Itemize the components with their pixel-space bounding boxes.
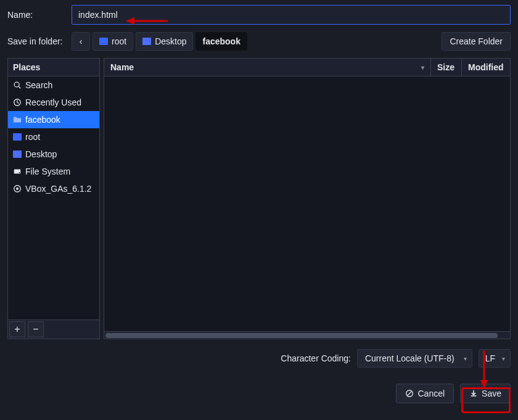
places-item-search[interactable]: Search (8, 76, 99, 94)
column-label: Name (110, 62, 134, 72)
name-label: Name: (7, 10, 65, 20)
remove-place-button[interactable]: − (28, 321, 44, 337)
home-icon (99, 38, 108, 45)
column-header-name[interactable]: Name ▾ (104, 59, 431, 76)
character-coding-select[interactable]: Current Locale (UTF-8) ▾ (357, 349, 472, 368)
places-item-facebook[interactable]: facebook (8, 111, 99, 128)
cancel-button-label: Cancel (417, 389, 445, 398)
column-header-size[interactable]: Size (431, 59, 462, 76)
breadcrumb-back-button[interactable]: ‹ (72, 32, 90, 51)
breadcrumb-item-root[interactable]: root (92, 32, 133, 51)
cancel-button[interactable]: Cancel (396, 384, 454, 403)
column-header-modified[interactable]: Modified (462, 59, 510, 76)
breadcrumb-item-facebook[interactable]: facebook (195, 32, 247, 51)
breadcrumb-label: root (112, 36, 126, 46)
add-place-button[interactable]: + (9, 321, 25, 337)
files-body[interactable] (104, 76, 510, 331)
places-item-filesystem[interactable]: File System (8, 163, 99, 180)
places-item-root[interactable]: root (8, 128, 99, 146)
places-panel: Places Search Recently Used facebook (7, 58, 100, 339)
chevron-down-icon: ▾ (464, 355, 467, 362)
svg-point-0 (14, 82, 19, 87)
breadcrumb-label: Desktop (155, 36, 186, 46)
cancel-icon (405, 389, 414, 398)
places-item-label: Recently Used (25, 97, 81, 107)
select-value: LF (485, 353, 495, 363)
svg-line-8 (408, 392, 412, 396)
create-folder-button[interactable]: Create Folder (442, 32, 511, 51)
desktop-icon (142, 38, 151, 45)
select-value: Current Locale (UTF-8) (365, 353, 454, 363)
save-in-folder-label: Save in folder: (7, 36, 65, 46)
places-list: Search Recently Used facebook root (8, 76, 99, 319)
places-item-label: facebook (25, 115, 60, 125)
filename-input[interactable] (72, 5, 511, 25)
folder-icon (13, 115, 22, 124)
files-panel: Name ▾ Size Modified (104, 58, 511, 339)
places-header[interactable]: Places (8, 59, 99, 76)
sort-indicator-icon: ▾ (421, 64, 424, 71)
save-button[interactable]: Save (460, 384, 511, 403)
svg-point-4 (19, 172, 20, 173)
disk-icon (13, 167, 22, 176)
svg-line-1 (18, 86, 20, 88)
search-icon (13, 81, 22, 89)
desktop-icon (13, 150, 22, 159)
character-coding-label: Character Coding: (281, 353, 351, 363)
column-label: Modified (468, 62, 504, 72)
places-item-label: root (25, 132, 40, 142)
chevron-down-icon: ▾ (502, 355, 505, 362)
cd-icon (13, 184, 22, 193)
home-icon (13, 133, 22, 141)
clock-icon (13, 98, 22, 107)
places-item-vbox[interactable]: VBox_GAs_6.1.2 (8, 180, 99, 197)
breadcrumb-label: facebook (202, 36, 240, 46)
line-ending-select[interactable]: LF ▾ (479, 349, 511, 368)
breadcrumb-item-desktop[interactable]: Desktop (136, 32, 193, 51)
places-item-desktop[interactable]: Desktop (8, 146, 99, 163)
svg-point-6 (17, 188, 18, 190)
horizontal-scrollbar[interactable] (104, 331, 510, 339)
places-item-label: Search (25, 80, 52, 90)
save-button-label: Save (482, 389, 501, 398)
breadcrumb: ‹ root Desktop facebook (72, 32, 435, 51)
column-label: Size (437, 62, 454, 72)
places-item-label: File System (25, 167, 70, 176)
scrollbar-thumb[interactable] (105, 333, 498, 338)
files-header: Name ▾ Size Modified (104, 59, 510, 76)
places-item-label: Desktop (25, 149, 57, 159)
places-item-recent[interactable]: Recently Used (8, 94, 99, 111)
places-item-label: VBox_GAs_6.1.2 (25, 184, 91, 194)
save-icon (469, 389, 478, 398)
